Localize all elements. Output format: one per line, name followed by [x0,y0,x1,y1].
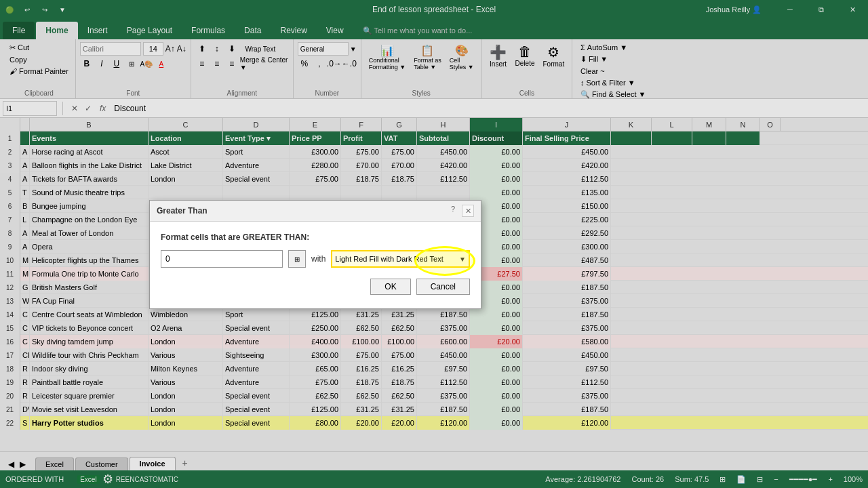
modal-input-row: ⊞ with Light Red Fill with Dark Red Text… [161,250,470,268]
modal-titlebar: Greater Than ? ✕ [150,201,481,222]
modal-help-icon[interactable]: ? [447,205,459,217]
modal-description: Format cells that are GREATER THAN: [161,232,470,242]
modal-footer: OK Cancel [161,279,470,298]
modal-value-input[interactable] [161,250,283,268]
modal-with-label: with [311,254,326,264]
modal-dropdown-arrow-icon: ▼ [459,256,466,263]
modal-ok-btn[interactable]: OK [370,279,410,295]
modal-format-dropdown[interactable]: Light Red Fill with Dark Red Text ▼ [331,250,470,268]
modal-cell-picker-icon[interactable]: ⊞ [288,250,306,268]
modal-close-btn[interactable]: ✕ [462,205,474,217]
modal-format-option: Light Red Fill with Dark Red Text [335,255,443,263]
modal-controls: ? ✕ [447,205,474,217]
modal-cancel-btn[interactable]: Cancel [416,279,470,295]
modal-title: Greater Than [157,206,208,216]
greater-than-dialog: Greater Than ? ✕ Format cells that are G… [149,200,481,309]
modal-overlay: Greater Than ? ✕ Format cells that are G… [0,0,868,488]
modal-body: Format cells that are GREATER THAN: ⊞ wi… [150,222,481,308]
